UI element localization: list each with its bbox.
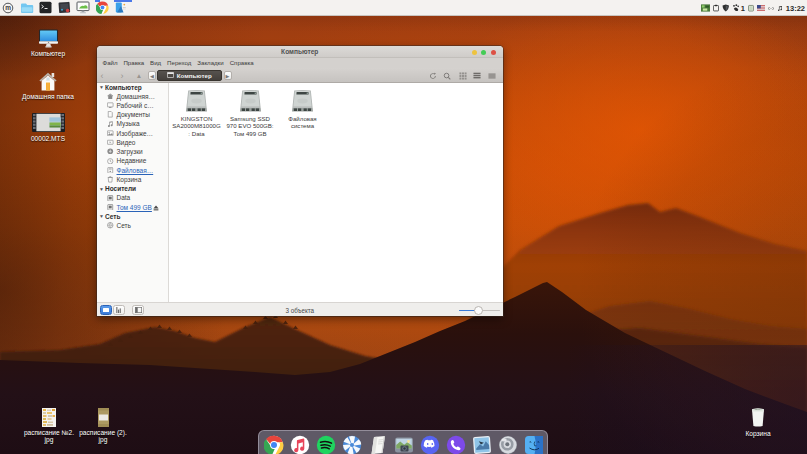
svg-text:m: m [5,4,11,11]
